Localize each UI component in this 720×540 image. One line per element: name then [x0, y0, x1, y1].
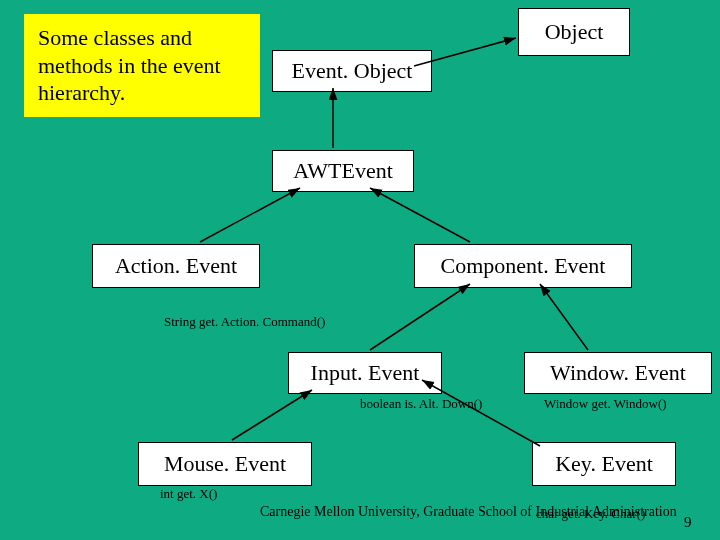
svg-line-5	[540, 284, 588, 350]
diagram-stage: Some classes and methods in the event hi…	[0, 0, 720, 540]
node-key-event: Key. Event	[532, 442, 676, 486]
node-action-event: Action. Event	[92, 244, 260, 288]
caption-note: Some classes and methods in the event hi…	[24, 14, 260, 117]
footer-page-number: 9	[684, 514, 692, 531]
svg-line-6	[232, 390, 312, 440]
svg-line-4	[370, 284, 470, 350]
method-is-alt-down: boolean is. Alt. Down()	[360, 396, 482, 412]
node-input-event: Input. Event	[288, 352, 442, 394]
node-object: Object	[518, 8, 630, 56]
footer-affiliation: Carnegie Mellon University, Graduate Sch…	[260, 504, 480, 520]
node-event-object: Event. Object	[272, 50, 432, 92]
svg-line-3	[370, 188, 470, 242]
method-get-window: Window get. Window()	[544, 396, 667, 412]
node-mouse-event: Mouse. Event	[138, 442, 312, 486]
method-get-x: int get. X()	[160, 486, 217, 502]
node-awt-event: AWTEvent	[272, 150, 414, 192]
svg-line-2	[200, 188, 300, 242]
method-get-action-command: String get. Action. Command()	[164, 314, 325, 330]
node-window-event: Window. Event	[524, 352, 712, 394]
node-component-event: Component. Event	[414, 244, 632, 288]
